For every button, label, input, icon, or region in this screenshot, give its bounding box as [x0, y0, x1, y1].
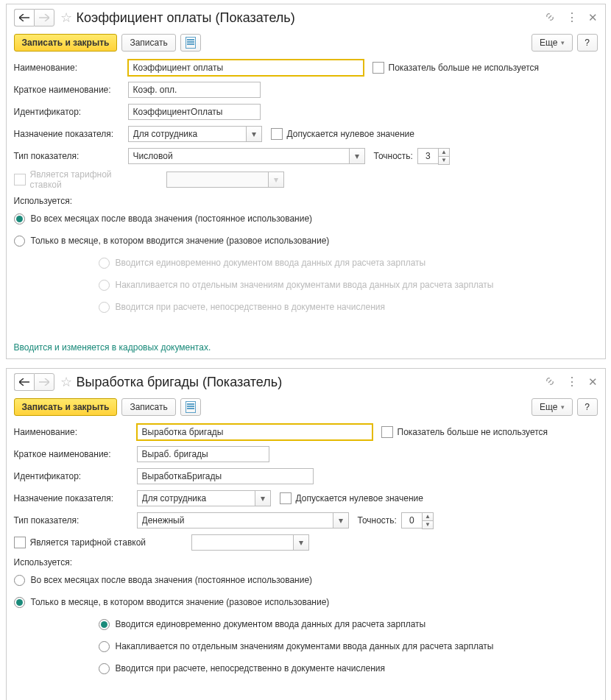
entry-radio-once-doc — [99, 258, 110, 269]
chevron-down-icon[interactable]: ▾ — [349, 148, 365, 164]
name-input[interactable] — [128, 60, 364, 76]
window-title: Выработка бригады (Показатель) — [77, 375, 544, 390]
kebab-icon[interactable]: ⋮ — [566, 377, 578, 387]
label-name: Наименование: — [14, 63, 128, 73]
help-button[interactable]: ? — [577, 398, 598, 416]
down-icon[interactable]: ▼ — [423, 520, 433, 528]
entry-radio-accumulate[interactable] — [99, 641, 110, 652]
not-used-checkbox[interactable] — [372, 62, 384, 74]
usage-opt1-label: Во всех месяцах после ввода значения (по… — [31, 213, 313, 224]
back-button[interactable] — [14, 9, 34, 26]
usage-opt2-label: Только в месяце, в котором вводится знач… — [31, 236, 330, 246]
save-close-button[interactable]: Записать и закрыть — [14, 398, 118, 416]
link-icon[interactable] — [544, 11, 556, 25]
entry-sub2-label: Накапливается по отдельным значениям док… — [116, 280, 494, 290]
chevron-down-icon[interactable]: ▾ — [255, 490, 271, 506]
precision-stepper[interactable]: ▲▼ — [417, 148, 450, 165]
label-identifier: Идентификатор: — [14, 471, 137, 481]
more-button[interactable]: Еще▾ — [531, 34, 572, 52]
not-used-checkbox[interactable] — [381, 426, 393, 438]
entry-sub1-label: Вводится единовременно документом ввода … — [116, 258, 426, 268]
usage-radio-once[interactable] — [14, 597, 25, 608]
forward-button[interactable] — [34, 9, 54, 26]
chevron-down-icon[interactable]: ▾ — [246, 126, 262, 142]
link-icon[interactable] — [544, 375, 556, 389]
entry-radio-accumulate — [99, 280, 110, 291]
document-icon — [186, 37, 196, 49]
allow-zero-checkbox[interactable] — [271, 128, 283, 140]
usage-radio-once[interactable] — [14, 236, 25, 247]
usage-radio-permanent[interactable] — [14, 575, 25, 586]
entry-sub2-label: Накапливается по отдельным значениям док… — [116, 641, 494, 651]
purpose-select[interactable]: ▾ — [128, 126, 262, 142]
entry-sub3-label: Вводится при расчете, непосредственно в … — [116, 663, 386, 674]
chevron-down-icon: ▾ — [561, 403, 565, 411]
usage-radio-permanent[interactable] — [14, 213, 25, 225]
usage-opt1-label: Во всех месяцах после ввода значения (по… — [31, 575, 313, 585]
titlebar: ☆ Выработка бригады (Показатель) ⋮ ✕ — [7, 369, 605, 394]
not-used-label: Показатель больше не используется — [398, 427, 548, 437]
window-indicator-1: ☆ Коэффициент оплаты (Показатель) ⋮ ✕ За… — [6, 4, 606, 359]
entry-radio-once-doc[interactable] — [99, 619, 110, 630]
short-name-input[interactable] — [137, 446, 269, 462]
chevron-down-icon[interactable]: ▾ — [333, 512, 349, 528]
kebab-icon[interactable]: ⋮ — [566, 13, 578, 23]
purpose-select[interactable]: ▾ — [137, 490, 271, 506]
short-name-input[interactable] — [128, 82, 261, 98]
identifier-input[interactable] — [128, 104, 261, 120]
arrow-left-icon — [19, 14, 29, 21]
is-tariff-checkbox — [14, 174, 26, 185]
usage-header: Используется: — [14, 196, 598, 206]
usage-header: Используется: — [14, 557, 598, 568]
close-icon[interactable]: ✕ — [588, 11, 598, 24]
chevron-down-icon[interactable]: ▾ — [293, 534, 309, 551]
label-name: Наименование: — [14, 427, 137, 437]
entry-sub1-label: Вводится единовременно документом ввода … — [116, 619, 426, 629]
up-icon[interactable]: ▲ — [439, 149, 449, 156]
label-short-name: Краткое наименование: — [14, 85, 128, 95]
titlebar: ☆ Коэффициент оплаты (Показатель) ⋮ ✕ — [7, 4, 605, 29]
type-select[interactable]: ▾ — [128, 148, 365, 164]
document-icon — [186, 401, 196, 413]
name-input[interactable] — [137, 424, 372, 440]
label-precision: Точность: — [358, 515, 397, 526]
favorite-icon[interactable]: ☆ — [60, 374, 72, 390]
window-title: Коэффициент оплаты (Показатель) — [77, 10, 544, 26]
object-button[interactable] — [180, 34, 201, 52]
is-tariff-label: Является тарифной ставкой — [30, 169, 130, 190]
save-close-button[interactable]: Записать и закрыть — [14, 34, 118, 52]
entry-radio-calc — [99, 302, 110, 313]
label-purpose: Назначение показателя: — [14, 129, 128, 139]
identifier-input[interactable] — [137, 468, 314, 484]
form: Наименование: Показатель больше не испол… — [7, 59, 605, 328]
allow-zero-label: Допускается нулевое значение — [296, 493, 423, 503]
arrow-right-icon — [39, 14, 49, 21]
up-icon[interactable]: ▲ — [423, 513, 433, 520]
more-button[interactable]: Еще▾ — [531, 398, 572, 416]
label-type: Тип показателя: — [14, 151, 128, 161]
favorite-icon[interactable]: ☆ — [60, 10, 72, 26]
tariff-select[interactable]: ▾ — [191, 534, 309, 551]
forward-button[interactable] — [34, 373, 54, 391]
is-tariff-checkbox[interactable] — [14, 537, 26, 548]
save-button[interactable]: Записать — [121, 398, 175, 416]
chevron-down-icon: ▾ — [268, 172, 284, 188]
toolbar: Записать и закрыть Записать Еще▾ ? — [7, 394, 605, 423]
status-footer: Вводится ежемесячно, при расчете использ… — [7, 689, 605, 700]
type-select[interactable]: ▾ — [137, 512, 349, 528]
entry-sub3-label: Вводится при расчете, непосредственно в … — [116, 302, 386, 312]
object-button[interactable] — [180, 398, 201, 416]
down-icon[interactable]: ▼ — [439, 156, 449, 164]
arrow-right-icon — [39, 378, 49, 386]
chevron-down-icon: ▾ — [561, 39, 565, 46]
allow-zero-checkbox[interactable] — [280, 492, 292, 504]
help-button[interactable]: ? — [577, 34, 598, 52]
back-button[interactable] — [14, 373, 34, 391]
save-button[interactable]: Записать — [121, 34, 175, 52]
close-icon[interactable]: ✕ — [588, 375, 598, 389]
allow-zero-label: Допускается нулевое значение — [287, 129, 414, 139]
precision-stepper[interactable]: ▲▼ — [401, 512, 434, 529]
not-used-label: Показатель больше не используется — [389, 63, 540, 73]
label-short-name: Краткое наименование: — [14, 449, 137, 459]
entry-radio-calc[interactable] — [99, 663, 110, 674]
